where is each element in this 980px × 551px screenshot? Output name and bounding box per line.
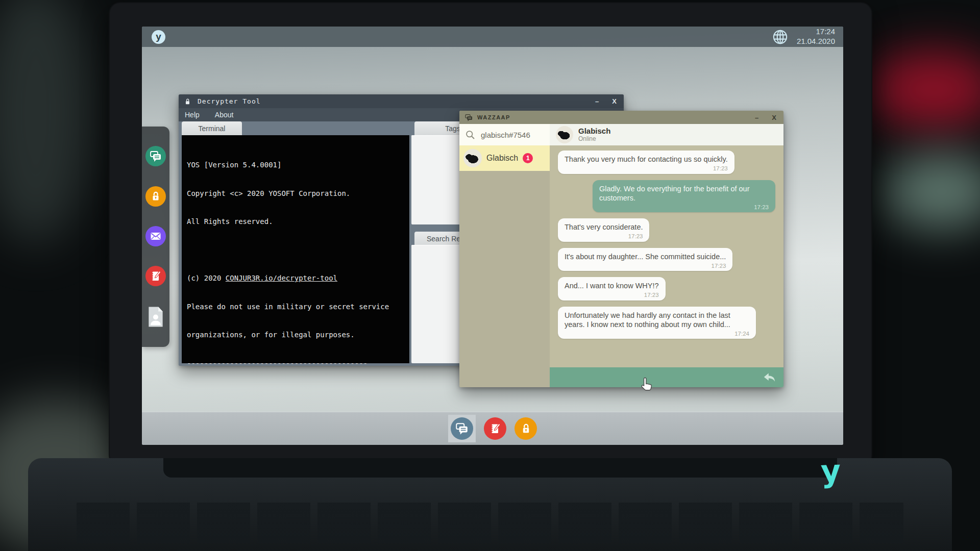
- notepad-pen-icon: [149, 269, 162, 283]
- terminal-output[interactable]: YOS [Version 5.4.0001] Copyright <c> 202…: [182, 135, 409, 363]
- taskbar-notes-button[interactable]: [484, 417, 506, 440]
- message-text: It's about my daughter... She committed …: [565, 252, 726, 261]
- terminal-line: (c) 2020 CONJUR3R.io/decrypter-tool: [187, 273, 404, 283]
- copyright-prefix: (c) 2020: [187, 274, 226, 282]
- contact-name: Glabisch: [486, 154, 518, 163]
- taskbar-wazzaap-button[interactable]: [451, 417, 473, 440]
- decrypter-titlebar[interactable]: Decrypter Tool – X: [179, 94, 624, 108]
- menu-help[interactable]: Help: [185, 111, 200, 119]
- chat-header-status: Online: [578, 135, 610, 142]
- message-bubble: Unfortunately we had hardly any contact …: [558, 307, 756, 339]
- chat-bubbles-icon: [464, 113, 473, 122]
- notepad-pen-icon: [488, 422, 502, 435]
- unlocked-padlock-icon: [150, 190, 162, 203]
- terminal-line: ----------------------------------------…: [187, 359, 404, 366]
- message-text: That's very considerate.: [565, 222, 643, 232]
- chat-pane: Glabisch Online Thank you very much for …: [550, 124, 783, 387]
- scene: y y 17:24 21.04.2020: [0, 0, 980, 551]
- chat-bubbles-icon: [455, 421, 469, 436]
- menu-about[interactable]: About: [215, 111, 234, 119]
- os-menu-logo-icon[interactable]: y: [152, 30, 165, 44]
- os-taskbar: [142, 412, 843, 445]
- reply-arrow-icon[interactable]: [763, 371, 776, 384]
- dock-item-notes[interactable]: [145, 266, 166, 286]
- laptop-brand-logo: y: [820, 453, 842, 489]
- background-red-glow: [868, 51, 980, 128]
- terminal-line: Copyright <c> 2020 YOSOFT Corporation.: [187, 189, 404, 198]
- envelope-icon: [149, 230, 162, 243]
- keyboard-row: [77, 503, 903, 543]
- terminal-line: organizations, or for illegal purposes.: [187, 330, 404, 340]
- message-time: 17:23: [565, 165, 728, 172]
- message-time: 17:23: [565, 262, 726, 269]
- contact-list-empty-area: [459, 171, 550, 387]
- unlocked-padlock-icon: [520, 422, 532, 435]
- unread-badge: 1: [523, 153, 533, 163]
- contact-sidebar: Glabisch 1: [459, 124, 550, 387]
- minimize-button[interactable]: –: [595, 97, 599, 105]
- system-clock: 17:24 21.04.2020: [797, 27, 835, 46]
- os-topbar: y 17:24 21.04.2020: [142, 27, 843, 47]
- dock-item-wazzaap[interactable]: [145, 146, 166, 166]
- taskbar-decrypter-button[interactable]: [514, 417, 537, 440]
- background-glow: [0, 0, 92, 245]
- search-input[interactable]: [480, 130, 546, 140]
- laptop-screen: y 17:24 21.04.2020: [142, 27, 843, 445]
- message-bubble: Thank you very much for contacting us so…: [558, 151, 734, 174]
- laptop-hinge: [163, 458, 837, 478]
- message-input-bar[interactable]: [550, 367, 783, 387]
- message-text: Unfortunately we had hardly any contact …: [565, 311, 749, 329]
- terminal-line: All Rights reserved.: [187, 217, 404, 227]
- close-button[interactable]: X: [612, 97, 617, 105]
- message-bubble: It's about my daughter... She committed …: [558, 248, 732, 271]
- chat-bubbles-icon: [149, 149, 162, 163]
- background-teal-glow: [883, 153, 980, 230]
- wazzaap-window: WAZZAAP – X: [459, 111, 783, 387]
- search-icon: [465, 130, 476, 140]
- message-time: 17:23: [565, 291, 659, 298]
- message-bubble: And... I want to know WHY!? 17:23: [558, 277, 666, 300]
- clock-time: 17:24: [797, 27, 835, 37]
- taskbar-item-wazzaap-active[interactable]: [448, 415, 476, 442]
- message-list: Thank you very much for contacting us so…: [550, 145, 783, 367]
- dock-item-mail[interactable]: [145, 226, 166, 246]
- unlocked-padlock-icon: [184, 97, 191, 106]
- chat-header-name: Glabisch: [578, 127, 610, 136]
- message-time: 17:23: [599, 204, 769, 211]
- contact-avatar: [463, 149, 482, 167]
- wazzaap-titlebar[interactable]: WAZZAAP – X: [459, 111, 783, 124]
- message-text: Thank you very much for contacting us so…: [565, 155, 728, 164]
- message-text: And... I want to know WHY!?: [565, 281, 659, 290]
- minimize-button[interactable]: –: [755, 114, 758, 121]
- terminal-line: Please do not use in military or secret …: [187, 302, 404, 312]
- tab-terminal[interactable]: Terminal: [182, 121, 242, 135]
- message-text: Gladly. We do everything for the benefit…: [599, 184, 769, 203]
- contact-search-row: [459, 124, 550, 145]
- network-globe-icon[interactable]: [772, 29, 789, 45]
- message-bubble-sent: Gladly. We do everything for the benefit…: [593, 180, 775, 213]
- chat-header-avatar: [556, 126, 573, 143]
- dock-item-contact-file[interactable]: [147, 306, 164, 328]
- terminal-blank-line: [187, 245, 404, 255]
- terminal-line: YOS [Version 5.4.0001]: [187, 160, 404, 170]
- clock-date: 21.04.2020: [797, 37, 835, 46]
- mouse-cursor-hand: [640, 377, 655, 393]
- close-button[interactable]: X: [772, 114, 776, 121]
- app-dock: [142, 127, 169, 347]
- message-time: 17:24: [565, 330, 749, 337]
- contact-document-icon: [147, 306, 164, 328]
- decrypter-tool-link[interactable]: CONJUR3R.io/decrypter-tool: [226, 274, 337, 282]
- window-title: WAZZAAP: [477, 114, 510, 120]
- message-time: 17:23: [565, 233, 643, 240]
- wazzaap-body: Glabisch 1 Glabisch Online: [459, 124, 783, 387]
- window-title: Decrypter Tool: [198, 97, 261, 105]
- message-bubble: That's very considerate. 17:23: [558, 218, 649, 242]
- chat-header: Glabisch Online: [550, 124, 783, 145]
- contact-list-item-glabisch[interactable]: Glabisch 1: [459, 145, 550, 171]
- dock-item-decrypter[interactable]: [145, 186, 166, 207]
